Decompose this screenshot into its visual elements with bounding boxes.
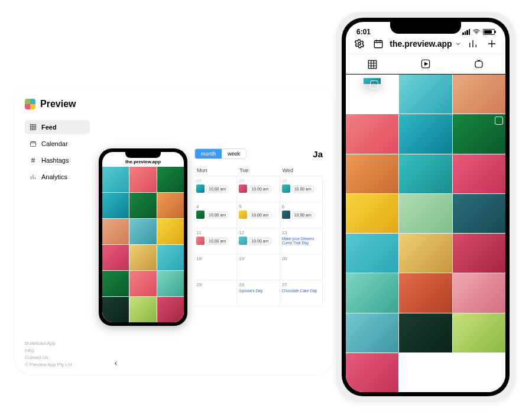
calendar-holiday-label: Spouse's Day: [239, 289, 277, 293]
calendar-cell[interactable]: 2910.00 am: [237, 176, 280, 202]
feed-tile[interactable]: [453, 154, 505, 193]
feed-tile[interactable]: [346, 353, 398, 392]
mini-feed-tile[interactable]: [102, 245, 129, 270]
calendar-day-number: 25: [196, 282, 235, 287]
feed-tile[interactable]: [399, 194, 452, 233]
calendar-cell[interactable]: 1210.00 am: [237, 228, 280, 254]
feed-tile[interactable]: [346, 234, 398, 273]
mini-feed-tile[interactable]: [129, 245, 156, 270]
mini-feed-tile[interactable]: [129, 219, 156, 244]
mini-feed-tile[interactable]: [129, 193, 156, 218]
feed-tile[interactable]: [346, 313, 398, 352]
feed-tile[interactable]: [346, 273, 398, 312]
calendar-cell[interactable]: 19: [237, 254, 280, 280]
feed-tile[interactable]: [453, 313, 505, 352]
calendar-event[interactable]: 10.00 am: [282, 185, 320, 193]
account-switcher[interactable]: the.preview.app: [390, 39, 461, 48]
feed-tile[interactable]: [399, 114, 452, 153]
event-time: 10.00 am: [206, 238, 228, 244]
sidebar-item-label: Hashtags: [41, 157, 69, 164]
feed-tile[interactable]: [453, 234, 505, 273]
mini-feed-tile[interactable]: [157, 271, 184, 296]
calendar-cell[interactable]: 2810.00 am: [194, 176, 237, 202]
tab-igtv[interactable]: [452, 54, 505, 74]
feed-grid[interactable]: [346, 75, 505, 392]
event-time: 10.00 am: [249, 238, 271, 244]
calendar-cell[interactable]: 26Spouse's Day: [237, 280, 280, 306]
tab-grid[interactable]: [346, 54, 399, 75]
mini-feed-tile[interactable]: [102, 297, 129, 322]
mini-feed-tile[interactable]: [157, 193, 184, 218]
calendar-view-toggle: month week: [194, 148, 246, 159]
toggle-month[interactable]: month: [195, 149, 222, 159]
desktop-app-window: Preview FeedCalendarHashtagsAnalytics th…: [14, 86, 333, 374]
feed-tile[interactable]: [399, 273, 452, 312]
mini-feed-tile[interactable]: [157, 167, 184, 192]
analytics-icon[interactable]: [468, 38, 478, 49]
sidebar-item-hashtags[interactable]: Hashtags: [25, 153, 90, 167]
calendar-cell[interactable]: 1110.00 am: [194, 228, 237, 254]
collapse-sidebar-button[interactable]: ‹: [115, 359, 117, 367]
calendar-cell[interactable]: 3010.00 am: [280, 176, 323, 202]
footer-link[interactable]: FAQ: [25, 347, 323, 354]
feed-tile[interactable]: [399, 313, 452, 352]
feed-tile[interactable]: [453, 114, 505, 153]
feed-tile[interactable]: [346, 114, 398, 153]
sidebar-item-calendar[interactable]: Calendar: [25, 137, 90, 151]
calendar-cell[interactable]: 20: [280, 254, 323, 280]
add-icon[interactable]: [486, 38, 497, 49]
toggle-week[interactable]: week: [222, 149, 246, 159]
mini-feed-tile[interactable]: [129, 167, 156, 192]
feed-tile[interactable]: [399, 154, 452, 193]
calendar-cell[interactable]: 25: [194, 280, 237, 306]
calendar-cell[interactable]: 18: [194, 254, 237, 280]
analytics-icon: [30, 173, 37, 180]
event-thumbnail: [196, 211, 205, 219]
calendar-day-number: 20: [282, 256, 320, 261]
mini-feed-tile[interactable]: [157, 297, 184, 322]
calendar-cell[interactable]: 27Chocolate Cake Day: [280, 280, 323, 306]
hash-icon: [30, 157, 37, 164]
feed-tile[interactable]: [346, 154, 398, 193]
mini-feed-tile[interactable]: [129, 297, 156, 322]
calendar-event[interactable]: 10.00 am: [239, 211, 277, 219]
feed-tile[interactable]: [399, 234, 452, 273]
feed-tile[interactable]: [453, 75, 505, 114]
footer-link[interactable]: Download App: [25, 340, 323, 347]
mini-feed-tile[interactable]: [102, 167, 129, 192]
mini-feed-tile[interactable]: [157, 245, 184, 270]
mini-feed-tile[interactable]: [157, 219, 184, 244]
feed-tile[interactable]: [453, 194, 505, 233]
calendar-event[interactable]: 10.00 am: [282, 211, 320, 219]
calendar-cell[interactable]: 610.00 am: [280, 202, 323, 228]
calendar-cell[interactable]: 410.00 am: [194, 202, 237, 228]
calendar-event[interactable]: 10.00 am: [239, 185, 277, 193]
feed-tile[interactable]: [346, 194, 398, 233]
sidebar-item-analytics[interactable]: Analytics: [25, 170, 90, 184]
settings-icon[interactable]: [354, 38, 365, 49]
calendar-event[interactable]: 10.00 am: [239, 237, 277, 245]
mini-feed-tile[interactable]: [129, 271, 156, 296]
sidebar-item-feed[interactable]: Feed: [25, 120, 90, 134]
mini-feed-tile[interactable]: [102, 271, 129, 296]
sidebar-nav: FeedCalendarHashtagsAnalytics: [25, 120, 90, 184]
event-time: 10.00 am: [292, 186, 314, 192]
event-thumbnail: [239, 211, 247, 219]
mini-feed-tile[interactable]: [102, 193, 129, 218]
calendar-event[interactable]: 10.00 am: [196, 185, 235, 193]
footer-link[interactable]: Contact Us: [25, 354, 323, 361]
calendar-icon[interactable]: [373, 38, 384, 49]
calendar-cell[interactable]: 510.00 am: [237, 202, 280, 228]
calendar-cell[interactable]: 13Make your Dreams Come True Day: [280, 228, 323, 254]
calendar-holiday-label: Make your Dreams Come True Day: [282, 237, 320, 245]
account-name: the.preview.app: [390, 39, 452, 48]
tab-reels[interactable]: [399, 54, 452, 74]
calendar-event[interactable]: 10.00 am: [196, 211, 235, 219]
calendar-event[interactable]: 10.00 am: [196, 237, 235, 245]
feed-tile[interactable]: [399, 75, 452, 114]
grid-icon: [30, 124, 37, 131]
event-thumbnail: [239, 237, 247, 245]
dragging-tile[interactable]: [364, 78, 381, 84]
feed-tile[interactable]: [453, 273, 505, 312]
mini-feed-tile[interactable]: [102, 219, 129, 244]
